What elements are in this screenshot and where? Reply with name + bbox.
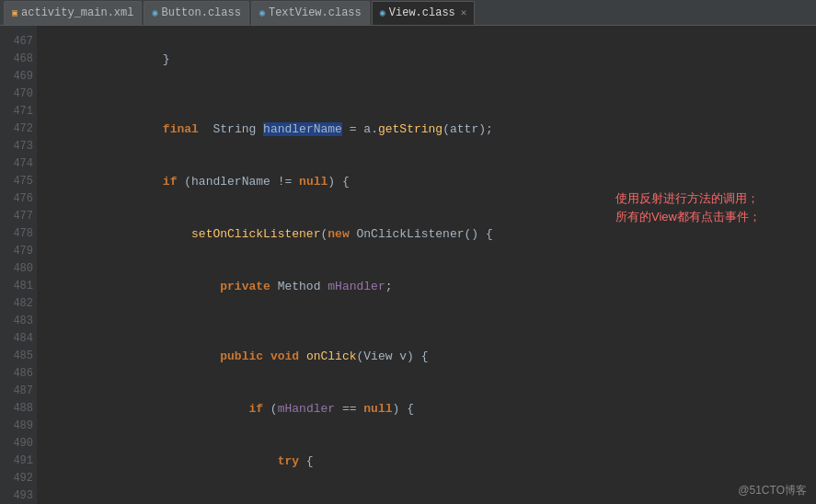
code-content: } final String handlerName = a.getString… [37, 26, 816, 504]
code-line: if (mHandler == null) { [48, 383, 805, 435]
code-line: setOnClickListener(new OnClickListener()… [48, 208, 805, 260]
tab-label: activity_main.xml [21, 6, 133, 19]
code-line: try { [48, 435, 805, 487]
tab-view[interactable]: ◉ View.class ✕ [372, 1, 476, 25]
ide-window: ▣ activity_main.xml ◉ Button.class ◉ Tex… [0, 0, 816, 504]
tab-bar: ▣ activity_main.xml ◉ Button.class ◉ Tex… [0, 0, 816, 26]
tab-label: TextView.class [269, 6, 362, 19]
code-line [48, 86, 805, 103]
close-icon[interactable]: ✕ [461, 6, 467, 18]
code-line [48, 313, 805, 330]
watermark: @51CTO博客 [738, 483, 807, 498]
code-line: public void onClick(View v) { [48, 330, 805, 383]
code-area: 467 468 469 470 471 472 473 474 475 476 … [0, 26, 816, 504]
code-line: mHandler = getContext().getClass().getMe… [48, 487, 805, 504]
code-line: if (handlerName != null) { [48, 155, 805, 208]
code-line: } [48, 33, 805, 86]
line-numbers: 467 468 469 470 471 472 473 474 475 476 … [0, 26, 37, 504]
xml-icon: ▣ [12, 7, 17, 18]
tab-textview[interactable]: ◉ TextView.class [251, 1, 370, 25]
tab-activity-main[interactable]: ▣ activity_main.xml [4, 1, 142, 25]
class-icon: ◉ [380, 7, 385, 18]
class-icon: ◉ [259, 7, 265, 18]
code-line: final String handlerName = a.getString(a… [48, 103, 805, 155]
code-line: private Method mHandler; [48, 260, 805, 313]
tab-label: Button.class [161, 6, 240, 19]
tab-label: View.class [389, 6, 455, 19]
class-icon: ◉ [152, 7, 157, 18]
tab-button[interactable]: ◉ Button.class [144, 1, 248, 25]
